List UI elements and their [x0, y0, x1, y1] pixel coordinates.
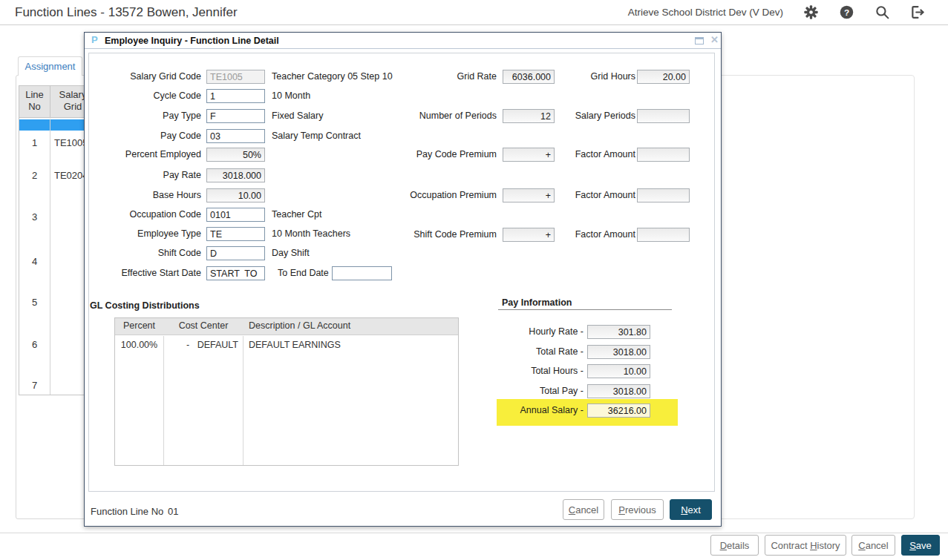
label-salary-grid-code: Salary Grid Code: [85, 71, 201, 82]
label-pay-code: Pay Code: [85, 131, 201, 141]
help-icon[interactable]: ?: [838, 4, 854, 21]
environment-label: Atrieve School District Dev (V Dev): [628, 7, 783, 18]
cell-line-no: 2: [19, 170, 50, 181]
footer-divider: [0, 533, 948, 533]
salary-periods-field[interactable]: [637, 109, 690, 123]
occupation-premium-field[interactable]: [503, 188, 555, 202]
cancel-button[interactable]: Cancel: [851, 535, 895, 556]
pay-rate-field[interactable]: [206, 168, 265, 182]
function-line-no-value: 01: [168, 506, 178, 517]
gl-costing-distributions-title: GL Costing Distributions: [90, 300, 200, 311]
maximize-icon[interactable]: [695, 37, 704, 45]
label-total-hours: Total Hours -: [448, 366, 583, 376]
pay-code-field[interactable]: [206, 129, 265, 143]
gl-col-cost-center: Cost Center: [164, 320, 243, 331]
label-percent-employed: Percent Employed: [85, 149, 201, 159]
shift-code-field[interactable]: [206, 246, 265, 260]
label-annual-salary: Annual Salary -: [448, 405, 583, 415]
grid-rate-field[interactable]: [503, 70, 555, 84]
pay-code-premium-field[interactable]: [503, 148, 555, 162]
total-pay-field[interactable]: [587, 384, 650, 398]
contract-history-pre: Contract: [771, 540, 810, 551]
annual-salary-field[interactable]: [587, 403, 650, 418]
previous-label-rest: revious: [625, 504, 656, 515]
label-hourly-rate: Hourly Rate -: [448, 326, 583, 337]
cell-line-no: 6: [19, 339, 50, 350]
previous-label: P: [618, 504, 625, 515]
gl-cell-percent: 100.00%: [115, 340, 163, 350]
contract-history-rest: istory: [817, 540, 840, 551]
total-rate-field[interactable]: [587, 345, 650, 359]
occupation-code-field[interactable]: [206, 208, 265, 222]
label-pay-type: Pay Type: [85, 111, 201, 121]
cancel-label: C: [858, 540, 865, 551]
tab-assignment[interactable]: Assignment: [18, 56, 82, 76]
cycle-code-desc: 10 Month: [272, 90, 310, 101]
cell-line-no: 5: [19, 297, 50, 308]
save-label-rest: ave: [916, 540, 932, 551]
page-title: Function Lines - 13572 Bowen, Jennifer: [15, 0, 238, 24]
cell-line-no: 3: [19, 211, 50, 223]
gl-table-body: 100.00% - DEFAULT DEFAULT EARNINGS: [115, 336, 458, 465]
label-occupation-code: Occupation Code: [85, 209, 201, 220]
gl-col-percent: Percent: [115, 320, 163, 331]
grid-header-separator: [50, 86, 50, 118]
next-button[interactable]: Next: [670, 499, 712, 520]
pay-type-field[interactable]: [206, 109, 265, 123]
dialog-cancel-button[interactable]: Cancel: [563, 499, 604, 520]
base-hours-field[interactable]: [206, 188, 265, 202]
label-pay-rate: Pay Rate: [85, 170, 201, 180]
col-header-line-no: Line No: [19, 89, 50, 113]
employee-type-desc: 10 Month Teachers: [272, 228, 350, 239]
label-factor-amount-3: Factor Amount: [552, 229, 635, 240]
employee-type-field[interactable]: [206, 227, 265, 241]
hourly-rate-field[interactable]: [587, 325, 650, 339]
label-grid-hours: Grid Hours: [552, 71, 635, 82]
dialog-titlebar: P Employee Inquiry - Function Line Detai…: [85, 33, 721, 49]
label-total-pay: Total Pay -: [448, 386, 583, 396]
pay-information-rule: [498, 309, 672, 310]
search-icon[interactable]: [874, 4, 890, 21]
close-icon[interactable]: ✕: [710, 34, 719, 45]
details-label: D: [720, 540, 727, 551]
next-label: N: [681, 504, 687, 515]
shift-code-desc: Day Shift: [272, 248, 310, 258]
cancel-label: C: [569, 504, 575, 515]
label-shift-code: Shift Code: [85, 248, 201, 258]
previous-button[interactable]: Previous: [611, 499, 664, 520]
app-header: Function Lines - 13572 Bowen, Jennifer A…: [0, 0, 948, 25]
cycle-code-field[interactable]: [206, 89, 265, 103]
label-number-of-periods: Number of Periods: [374, 111, 497, 121]
cell-salary-grid: TE1005: [54, 137, 88, 148]
factor-amount-2-field[interactable]: [637, 188, 690, 202]
app-logo-icon: P: [91, 34, 98, 45]
shift-code-premium-field[interactable]: [503, 228, 555, 242]
pay-code-desc: Salary Temp Contract: [272, 131, 361, 141]
save-button[interactable]: Save: [901, 535, 940, 556]
end-date-field[interactable]: [332, 266, 392, 280]
occupation-code-desc: Teacher Cpt: [272, 209, 321, 220]
grid-hours-field[interactable]: [637, 70, 690, 84]
total-hours-field[interactable]: [587, 364, 650, 378]
logout-icon[interactable]: [909, 4, 926, 21]
cell-line-no: 7: [19, 380, 50, 391]
label-effective-start-date: Effective Start Date: [85, 268, 201, 278]
details-button[interactable]: Details: [710, 535, 759, 556]
gl-column-separator: [243, 336, 243, 465]
gl-column-separator: [163, 336, 164, 465]
save-label: S: [909, 540, 916, 551]
salary-grid-code-field[interactable]: [206, 70, 265, 84]
cell-line-no: 1: [19, 137, 50, 148]
effective-start-date-field[interactable]: [206, 266, 265, 280]
dialog-title: Employee Inquiry - Function Line Detail: [105, 33, 279, 49]
label-occupation-premium: Occupation Premium: [374, 190, 497, 200]
label-to-end-date: To End Date: [278, 268, 329, 278]
percent-employed-field[interactable]: [206, 148, 265, 162]
contract-history-button[interactable]: Contract History: [765, 535, 846, 556]
factor-amount-3-field[interactable]: [637, 228, 690, 242]
factor-amount-1-field[interactable]: [637, 148, 690, 162]
employee-inquiry-dialog: P Employee Inquiry - Function Line Detai…: [84, 32, 722, 527]
settings-gear-icon[interactable]: [802, 4, 819, 21]
pay-information-title: Pay Information: [502, 297, 572, 308]
number-of-periods-field[interactable]: [503, 109, 555, 123]
